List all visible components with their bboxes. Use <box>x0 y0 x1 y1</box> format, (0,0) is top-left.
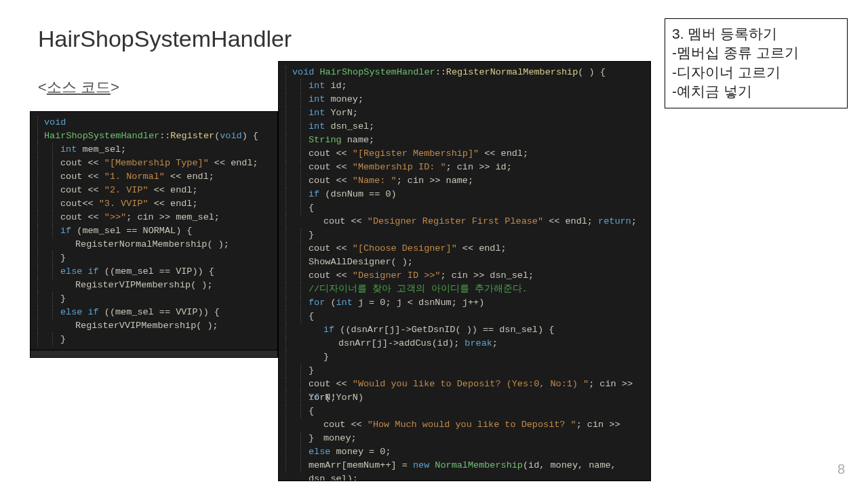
code-line: cout << "Name: "; cin >> name; <box>284 174 645 188</box>
code-line: cout << "Designer Register First Please"… <box>284 215 645 228</box>
code-line: if (mem_sel == NORMAL) { <box>36 224 272 238</box>
code-line: { <box>284 201 645 215</box>
code-line <box>36 129 272 143</box>
code-line: } <box>36 333 272 346</box>
code-line: //디자이너를 찾아 고객의 아이디를 추가해준다. <box>284 283 645 296</box>
code-line: memArr[memNum++] = new NormalMembership(… <box>284 459 645 472</box>
code-line: cout << "How Much would you like to Depo… <box>284 418 645 432</box>
code-line: RegisterVIPMembership( ); <box>36 279 272 292</box>
notes-line-4: -예치금 넣기 <box>672 82 840 101</box>
code-line: cout << "[Membership Type]" << endl; <box>36 157 272 170</box>
code-line: cout << "1. Normal" << endl; <box>36 170 272 184</box>
code-line: } <box>284 228 645 242</box>
code-line: else if ((mem_sel == VIP)) { <box>36 265 272 279</box>
code-line: String name; <box>284 134 645 147</box>
code-line: cout << "Membership ID: "; cin >> id; <box>284 161 645 174</box>
code-line: int dsn_sel; <box>284 120 645 134</box>
code-line: cout << "[Choose Designer]" << endl; <box>284 242 645 256</box>
page-number: 8 <box>837 462 845 477</box>
code-line: } <box>284 432 645 445</box>
code-line: RegisterVVIPMembership( ); <box>36 319 272 333</box>
page-title: HairShopSystemHandler <box>38 26 292 52</box>
code-line: ShowAllDesigner( ); <box>284 256 645 269</box>
code-line: RegisterNormalMembership( ); <box>36 238 272 251</box>
code-line: void HairShopSystemHandler::Register(voi… <box>36 116 272 129</box>
code-line: cout << "[Register Membership]" << endl; <box>284 147 645 161</box>
code-line: int mem_sel; <box>36 143 272 157</box>
notes-line-1: 3. 멤버 등록하기 <box>672 24 840 43</box>
code-line: } <box>36 292 272 306</box>
source-code-label: <소스 코드> <box>38 77 119 98</box>
code-line: cout << "2. VIP" << endl; <box>36 184 272 197</box>
code-line: cout<< "3. VVIP" << endl; <box>36 197 272 211</box>
code-line: int id; <box>284 79 645 93</box>
code-line: int money; <box>284 93 645 106</box>
code-line: if ((dsnArr[j]->GetDsnID( )) == dsn_sel)… <box>284 323 645 337</box>
notes-box: 3. 멤버 등록하기 -멤버십 종류 고르기 -디자이너 고르기 -예치금 넣기 <box>665 18 848 108</box>
code-line: for (int j = 0; j < dsnNum; j++) <box>284 296 645 310</box>
code-line: cout << "Designer ID >>"; cin >> dsn_sel… <box>284 269 645 283</box>
code-line: { <box>284 405 645 418</box>
code-line: dsnArr[j]->addCus(id); break; <box>284 337 645 350</box>
notes-line-2: -멤버십 종류 고르기 <box>672 43 840 62</box>
code-line: if (dsnNum == 0) <box>284 188 645 201</box>
code-line: int YorN; <box>284 106 645 120</box>
code-line: cout << ">>"; cin >> mem_sel; <box>36 211 272 224</box>
code-line: if (!YorN) <box>284 391 645 405</box>
code-line: { <box>284 310 645 323</box>
code-line: else money = 0; <box>284 445 645 459</box>
code-line: } <box>284 364 645 378</box>
code-line: } <box>284 350 645 364</box>
code-line: void HairShopSystemHandler::RegisterNorm… <box>284 66 645 79</box>
notes-line-3: -디자이너 고르기 <box>672 63 840 82</box>
source-code-text: 소스 코드 <box>47 79 111 96</box>
code-panel-register: void HairShopSystemHandler::Register(voi… <box>30 111 278 358</box>
angle-close: > <box>111 79 119 96</box>
code-line: else if ((mem_sel == VVIP)) { <box>36 306 272 319</box>
code-line: } <box>36 251 272 265</box>
angle-open: < <box>38 79 47 96</box>
code-line: cout << "Would you like to Deposit? (Yes… <box>284 378 645 391</box>
code-panel-register-normal: void HairShopSystemHandler::RegisterNorm… <box>278 61 651 481</box>
